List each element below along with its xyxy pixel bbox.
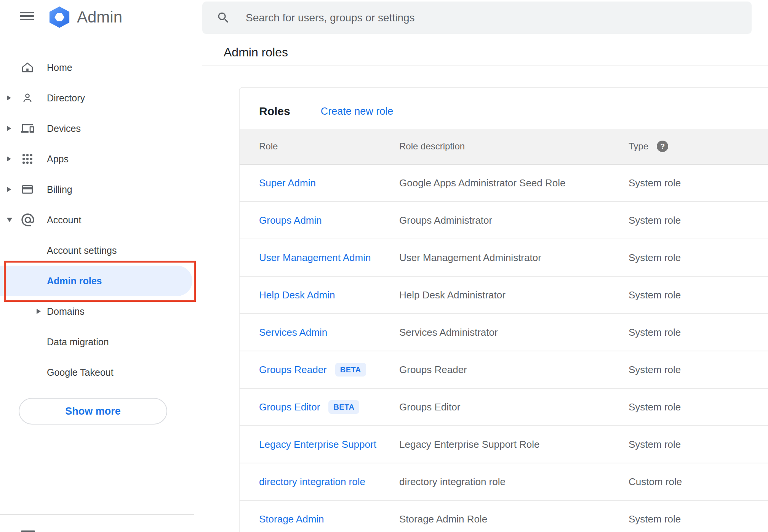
caret-right-icon: [37, 309, 41, 314]
caret-right-icon: [7, 187, 11, 192]
role-type: System role: [629, 215, 681, 226]
role-link[interactable]: Storage Admin: [259, 513, 324, 525]
role-type: System role: [629, 252, 681, 264]
sidebar-item-label: Account: [47, 215, 81, 226]
help-icon[interactable]: ?: [657, 141, 668, 152]
role-link[interactable]: Super Admin: [259, 177, 316, 189]
role-type: System role: [629, 327, 681, 338]
sidebar-item-label: Devices: [47, 123, 81, 134]
table-row: Services Admin Services Administrator Sy…: [240, 314, 768, 351]
role-type: System role: [629, 513, 681, 525]
sidebar-item-label: Domains: [47, 306, 85, 317]
caret-right-icon: [7, 156, 11, 162]
role-description: Storage Admin Role: [399, 513, 487, 525]
sidebar-item-label: Data migration: [47, 337, 109, 348]
role-link[interactable]: Groups Editor: [259, 401, 320, 413]
role-type: Custom role: [629, 476, 682, 488]
role-link[interactable]: directory integration role: [259, 476, 365, 488]
sidebar-item-label: Admin roles: [47, 276, 102, 287]
role-type: System role: [629, 289, 681, 301]
sidebar: Admin Home Directory D: [0, 0, 202, 532]
table-header-row: Role Role description Type ?: [240, 129, 768, 165]
sidebar-item-data-migration[interactable]: Data migration: [0, 327, 202, 357]
sidebar-item-home[interactable]: Home: [0, 52, 202, 83]
sidebar-item-google-takeout[interactable]: Google Takeout: [0, 357, 202, 388]
brand-name: Admin: [77, 9, 122, 25]
role-link[interactable]: Services Admin: [259, 327, 327, 338]
table-row: Help Desk Admin Help Desk Administrator …: [240, 277, 768, 314]
sidebar-item-domains[interactable]: Domains: [0, 296, 202, 327]
beta-badge: BETA: [335, 363, 366, 377]
role-link[interactable]: Help Desk Admin: [259, 289, 335, 301]
sidebar-item-label: Billing: [47, 184, 72, 195]
role-description: User Management Administrator: [399, 252, 541, 263]
role-description: Legacy Enterprise Support Role: [399, 439, 540, 450]
partial-bottom-icon: [21, 530, 35, 532]
role-description: Google Apps Administrator Seed Role: [399, 177, 565, 189]
sidebar-item-label: Account settings: [47, 245, 117, 256]
role-type: System role: [629, 177, 681, 189]
header-divider: [202, 66, 768, 66]
roles-table-body: Super Admin Google Apps Administrator Se…: [240, 165, 768, 532]
caret-right-icon: [7, 126, 11, 131]
role-link[interactable]: Legacy Enterprise Support: [259, 439, 376, 450]
google-admin-console: Admin Home Directory D: [0, 0, 768, 532]
search-input[interactable]: Search for users, groups or settings: [202, 2, 752, 34]
roles-panel-header: Roles Create new role: [240, 88, 768, 129]
roles-panel: Roles Create new role Role Role descript…: [239, 87, 768, 532]
caret-right-icon: [7, 95, 11, 101]
table-row: Storage Admin Storage Admin Role System …: [240, 501, 768, 532]
home-icon: [21, 61, 34, 74]
role-link[interactable]: Groups Admin: [259, 215, 322, 226]
sidebar-item-label: Google Takeout: [47, 367, 114, 378]
role-link[interactable]: Groups Reader: [259, 364, 327, 376]
table-row: Groups Admin Groups Administrator System…: [240, 202, 768, 239]
column-header-role-description: Role description: [399, 141, 629, 152]
sidebar-item-label: Apps: [47, 154, 69, 165]
column-header-type: Type: [629, 141, 648, 152]
person-icon: [21, 91, 34, 104]
role-description: Groups Reader: [399, 364, 467, 375]
table-row: directory integration role directory int…: [240, 463, 768, 501]
sidebar-item-label: Home: [47, 62, 72, 73]
admin-logo-icon: [48, 6, 70, 28]
table-row: Super Admin Google Apps Administrator Se…: [240, 165, 768, 202]
role-link[interactable]: User Management Admin: [259, 252, 371, 264]
show-more-button[interactable]: Show more: [19, 398, 167, 425]
role-type: System role: [629, 401, 681, 413]
sidebar-item-devices[interactable]: Devices: [0, 113, 202, 144]
apps-grid-icon: [21, 152, 34, 165]
search-icon: [216, 11, 230, 25]
role-type: System role: [629, 364, 681, 376]
at-sign-icon: [20, 212, 35, 228]
role-description: Groups Administrator: [399, 215, 492, 226]
role-description: Groups Editor: [399, 401, 460, 413]
sidebar-item-billing[interactable]: Billing: [0, 174, 202, 205]
sidebar-item-admin-roles[interactable]: Admin roles: [0, 266, 192, 296]
caret-down-icon: [7, 218, 12, 222]
sidebar-nav: Home Directory Devices: [0, 52, 202, 388]
devices-icon: [21, 122, 34, 135]
role-type: System role: [629, 439, 681, 450]
role-description: Services Administrator: [399, 327, 498, 338]
hamburger-menu-icon[interactable]: [20, 12, 34, 20]
role-description: directory integration role: [399, 476, 506, 487]
sidebar-divider: [0, 514, 194, 515]
table-row: Groups Reader BETA Groups Reader System …: [240, 351, 768, 389]
role-description: Help Desk Administrator: [399, 289, 506, 301]
brand: Admin: [48, 6, 122, 28]
beta-badge: BETA: [328, 400, 359, 414]
sidebar-item-account[interactable]: Account: [0, 205, 202, 235]
page-title: Admin roles: [224, 45, 288, 59]
column-header-role: Role: [240, 141, 399, 152]
sidebar-item-account-settings[interactable]: Account settings: [0, 235, 202, 266]
sidebar-item-label: Directory: [47, 93, 85, 104]
create-new-role-link[interactable]: Create new role: [321, 106, 394, 117]
sidebar-item-apps[interactable]: Apps: [0, 144, 202, 174]
table-row: User Management Admin User Management Ad…: [240, 239, 768, 277]
panel-heading: Roles: [259, 105, 290, 118]
credit-card-icon: [21, 183, 34, 196]
search-placeholder: Search for users, groups or settings: [246, 12, 415, 24]
sidebar-item-directory[interactable]: Directory: [0, 83, 202, 113]
table-row: Groups Editor BETA Groups Editor System …: [240, 389, 768, 426]
